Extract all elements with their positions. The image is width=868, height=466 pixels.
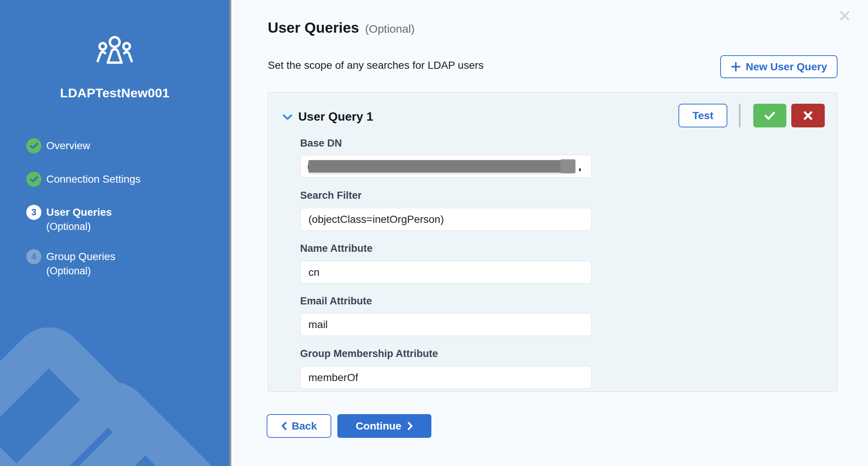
step-sublabel: (Optional) xyxy=(46,264,91,278)
user-query-panel: User Query 1 Test Base DN ( xyxy=(268,92,838,392)
chevron-right-icon xyxy=(407,422,413,430)
back-label: Back xyxy=(292,420,317,432)
main-content: User Queries(Optional) Set the scope of … xyxy=(231,0,868,466)
step-complete-icon xyxy=(26,172,41,187)
user-query-title: User Query 1 xyxy=(298,110,373,124)
search-filter-label: Search Filter xyxy=(300,190,362,201)
redaction-bar xyxy=(308,160,575,172)
check-icon xyxy=(764,111,775,120)
base-dn-label: Base DN xyxy=(300,138,342,149)
step-label: User Queries xyxy=(46,205,112,220)
sidebar: LDAPTestNew001 Overview Connection Setti… xyxy=(0,0,231,466)
page-title: User Queries(Optional) xyxy=(268,20,415,36)
email-attribute-input[interactable] xyxy=(300,313,592,336)
page-title-optional: (Optional) xyxy=(365,23,415,35)
step-label: Connection Settings xyxy=(46,172,141,187)
base-dn-input[interactable]: ( xyxy=(300,155,592,178)
step-label: Overview xyxy=(46,138,90,153)
page-subtitle: Set the scope of any searches for LDAP u… xyxy=(268,59,484,71)
back-button[interactable]: Back xyxy=(267,414,331,438)
search-filter-input[interactable] xyxy=(300,208,592,231)
group-membership-attribute-label: Group Membership Attribute xyxy=(300,348,438,360)
step-complete-icon xyxy=(26,138,41,153)
name-attribute-input[interactable] xyxy=(300,261,592,284)
close-icon[interactable] xyxy=(837,8,852,23)
ldap-setup-modal: LDAPTestNew001 Overview Connection Setti… xyxy=(0,0,868,466)
users-group-icon xyxy=(0,35,229,67)
group-membership-attribute-input[interactable] xyxy=(300,366,592,389)
email-attribute-label: Email Attribute xyxy=(300,295,372,307)
plus-icon xyxy=(731,62,741,72)
redaction-bar-end xyxy=(560,159,575,173)
chevron-left-icon xyxy=(281,422,287,430)
chevron-down-icon[interactable] xyxy=(282,114,293,122)
redaction-descender xyxy=(579,168,581,171)
step-number-badge: 4 xyxy=(26,249,41,264)
continue-button[interactable]: Continue xyxy=(337,414,431,438)
name-attribute-label: Name Attribute xyxy=(300,243,373,254)
connection-name: LDAPTestNew001 xyxy=(0,86,229,100)
delete-button[interactable] xyxy=(791,104,825,127)
confirm-button[interactable] xyxy=(753,104,786,127)
new-user-query-button[interactable]: New User Query xyxy=(720,55,838,78)
step-sublabel: (Optional) xyxy=(46,220,91,233)
x-icon xyxy=(803,111,813,120)
test-button[interactable]: Test xyxy=(678,104,727,127)
button-divider xyxy=(739,104,741,127)
step-label: Group Queries xyxy=(46,249,115,264)
step-number-badge: 3 xyxy=(26,205,41,220)
continue-label: Continue xyxy=(356,420,401,432)
page-title-text: User Queries xyxy=(268,20,359,36)
new-user-query-label: New User Query xyxy=(746,61,827,73)
